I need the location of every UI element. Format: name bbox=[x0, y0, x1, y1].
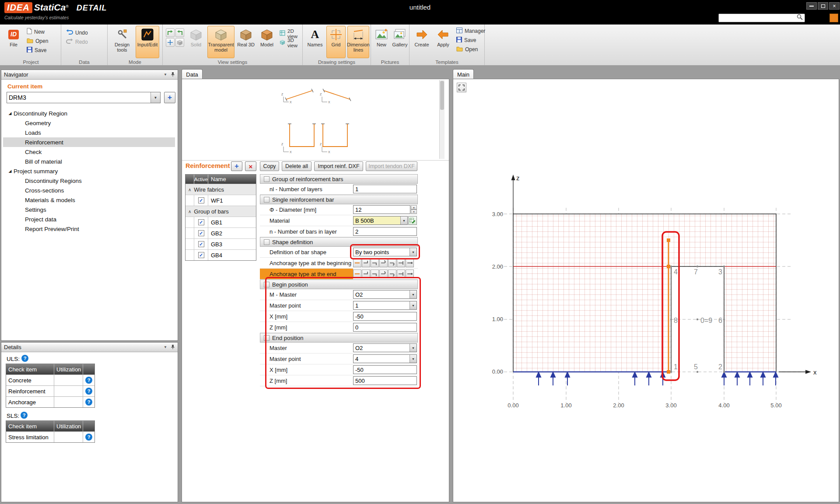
gallery-button[interactable]: Gallery bbox=[391, 26, 409, 58]
open-project-button[interactable]: Open bbox=[25, 36, 60, 46]
axes-icon[interactable] bbox=[166, 38, 175, 47]
info-button[interactable] bbox=[830, 14, 838, 22]
begin-master-point-dropdown[interactable]: 1▼ bbox=[353, 301, 417, 310]
table-row[interactable]: Concrete? bbox=[6, 374, 94, 385]
end-master-dropdown[interactable]: O2▼ bbox=[353, 343, 417, 352]
material-dropdown[interactable]: B 500B ▼ bbox=[353, 216, 408, 225]
navigator-panel-header[interactable]: Navigator ▼ bbox=[1, 70, 178, 80]
tree-item-discontinuity-regions[interactable]: Discontinuity Regions bbox=[3, 176, 175, 186]
anchorage-loop-down-button[interactable] bbox=[388, 270, 396, 278]
input-edit-button[interactable]: Input/Edit bbox=[136, 26, 159, 58]
edit-material-button[interactable] bbox=[408, 216, 417, 225]
active-checkbox[interactable]: ✓ bbox=[198, 241, 204, 247]
cube-tool-icon[interactable] bbox=[175, 38, 184, 47]
anchorage-plate-button[interactable] bbox=[397, 259, 405, 267]
fit-view-button[interactable] bbox=[457, 83, 466, 92]
anchorage-straight-button[interactable] bbox=[353, 259, 361, 267]
active-checkbox[interactable]: ✓ bbox=[198, 219, 204, 225]
current-item-dropdown[interactable]: DRM3 ▼ bbox=[7, 92, 161, 103]
table-row[interactable]: Stress limitation? bbox=[6, 431, 94, 442]
list-item-gb1[interactable]: ✓ GB1 bbox=[186, 217, 256, 228]
anchorage-hook-down-button[interactable] bbox=[371, 270, 379, 278]
panel-menu-icon[interactable]: ▼ bbox=[164, 73, 167, 77]
3d-view-button[interactable]: 3D view bbox=[278, 38, 302, 47]
begin-master-dropdown[interactable]: O2▼ bbox=[353, 290, 417, 299]
template-save-button[interactable]: Save bbox=[455, 35, 484, 45]
tree-item-materials-models[interactable]: Materials & models bbox=[3, 195, 175, 205]
grid-button[interactable]: Grid bbox=[326, 26, 346, 58]
anchorage-straight-button[interactable] bbox=[353, 270, 361, 278]
group-row-group-of-bars[interactable]: ∧Group of bars bbox=[186, 206, 256, 217]
bars-in-layer-input[interactable] bbox=[353, 227, 417, 236]
help-icon[interactable]: ? bbox=[85, 399, 92, 406]
add-region-button[interactable]: + bbox=[164, 92, 175, 103]
anchorage-hook-up-button[interactable] bbox=[362, 259, 370, 267]
tree-item-settings[interactable]: Settings bbox=[3, 205, 175, 214]
table-row[interactable]: Reinforcement? bbox=[6, 385, 94, 396]
undo-button[interactable]: Undo bbox=[65, 28, 104, 37]
details-panel-header[interactable]: Details ▼ bbox=[1, 343, 178, 352]
tree-item-check[interactable]: Check bbox=[3, 147, 175, 157]
tree-item-bill-of-material[interactable]: Bill of material bbox=[3, 157, 175, 166]
search-box[interactable] bbox=[718, 14, 805, 22]
file-button[interactable]: ID File bbox=[4, 26, 23, 58]
uls-help-icon[interactable]: ? bbox=[21, 355, 28, 362]
tree-item-project-data[interactable]: Project data bbox=[3, 214, 175, 224]
tab-main[interactable]: Main bbox=[453, 69, 474, 79]
collapse-icon[interactable]: ∧ bbox=[188, 187, 191, 192]
end-master-point-dropdown[interactable]: 4▼ bbox=[353, 354, 417, 363]
transparent-model-button[interactable]: Transparent model bbox=[207, 26, 234, 58]
design-tools-button[interactable]: Design tools bbox=[110, 26, 134, 58]
diameter-stepper[interactable]: ▲▼ bbox=[411, 205, 417, 214]
copy-button[interactable]: Copy bbox=[260, 161, 279, 171]
tree-item-reinforcement[interactable]: Reinforcement bbox=[3, 137, 175, 147]
group-row-wire-fabrics[interactable]: ∧Wire fabrics bbox=[186, 184, 256, 195]
anchorage-loop-down-button[interactable] bbox=[388, 259, 396, 267]
tree-item-project-summary[interactable]: ◢Project summary bbox=[3, 166, 175, 176]
new-project-button[interactable]: New bbox=[25, 27, 60, 36]
active-checkbox[interactable]: ✓ bbox=[198, 252, 204, 258]
anchorage-head-button[interactable] bbox=[406, 270, 414, 278]
help-icon[interactable]: ? bbox=[85, 388, 92, 395]
pin-icon[interactable] bbox=[171, 344, 175, 350]
list-item-gb4[interactable]: ✓ GB4 bbox=[186, 249, 256, 260]
solid-button[interactable]: Solid bbox=[186, 26, 206, 58]
template-manager-button[interactable]: Manager bbox=[455, 26, 484, 35]
anchorage-head-button[interactable] bbox=[406, 259, 414, 267]
active-checkbox[interactable]: ✓ bbox=[198, 197, 204, 203]
list-item-gb3[interactable]: ✓ GB3 bbox=[186, 238, 256, 249]
structure-drawing[interactable]: 4 7 3 8 0=9 6 1 5 2 z x bbox=[453, 79, 839, 502]
anchorage-hook-down-button[interactable] bbox=[371, 259, 379, 267]
import-tendon-dxf-button[interactable]: Import tendon DXF bbox=[366, 161, 417, 171]
anchorage-loop-up-button[interactable] bbox=[379, 270, 388, 278]
pin-icon[interactable] bbox=[171, 72, 175, 78]
anchorage-hook-up-button[interactable] bbox=[362, 270, 370, 278]
active-checkbox[interactable]: ✓ bbox=[198, 230, 204, 236]
maximize-button[interactable] bbox=[818, 2, 828, 10]
delete-all-button[interactable]: Delete all bbox=[282, 161, 312, 171]
preview-scrollbar[interactable] bbox=[439, 80, 444, 159]
delete-reinforcement-button[interactable]: × bbox=[245, 161, 256, 171]
tree-item-geometry[interactable]: Geometry bbox=[3, 118, 175, 128]
add-reinforcement-button[interactable]: + bbox=[231, 161, 242, 171]
minimize-button[interactable] bbox=[806, 2, 817, 10]
tree-item-cross-sections[interactable]: Cross-sections bbox=[3, 186, 175, 195]
paste-view-icon[interactable] bbox=[175, 28, 184, 37]
chevron-expanded-icon[interactable]: ◢ bbox=[7, 169, 14, 173]
tree-item-loads[interactable]: Loads bbox=[3, 128, 175, 137]
save-project-button[interactable]: Save bbox=[25, 46, 60, 55]
redo-button[interactable]: Redo bbox=[65, 37, 104, 46]
table-row[interactable]: Anchorage? bbox=[6, 396, 94, 407]
list-item-gb2[interactable]: ✓ GB2 bbox=[186, 228, 256, 238]
new-picture-button[interactable]: New bbox=[373, 26, 390, 58]
begin-z-input[interactable] bbox=[353, 323, 417, 332]
dimension-lines-button[interactable]: Dimension lines bbox=[347, 26, 369, 58]
copy-view-icon[interactable] bbox=[166, 28, 175, 37]
sls-help-icon[interactable]: ? bbox=[21, 412, 28, 419]
help-icon[interactable]: ? bbox=[85, 434, 92, 441]
end-z-input[interactable] bbox=[353, 376, 417, 385]
chevron-expanded-icon[interactable]: ◢ bbox=[7, 111, 14, 116]
create-template-button[interactable]: Create bbox=[411, 26, 432, 58]
real-3d-button[interactable]: Real 3D bbox=[236, 26, 256, 58]
search-input[interactable] bbox=[719, 14, 797, 21]
